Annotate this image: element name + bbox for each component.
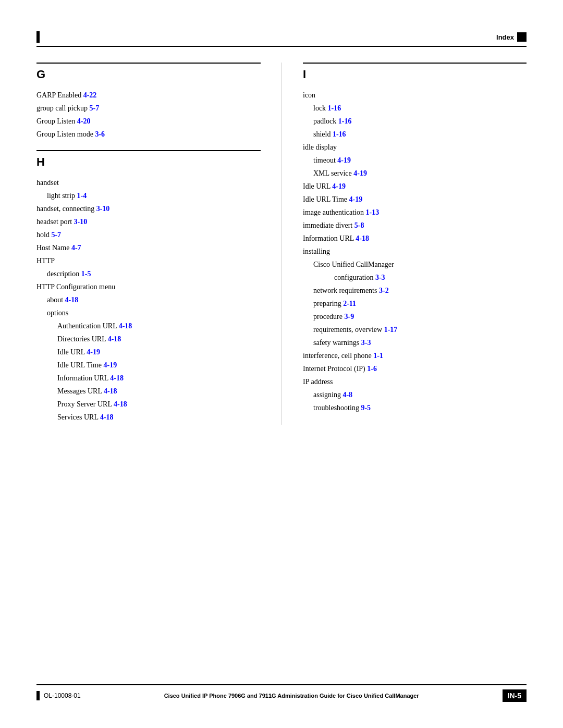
content-area: G GARP Enabled 4-22 group call pickup 5-… [36, 63, 527, 425]
list-item: Idle URL 4-19 [303, 181, 527, 192]
list-item: Idle URL 4-19 [36, 347, 261, 357]
footer: OL-10008-01 Cisco Unified IP Phone 7906G… [0, 684, 563, 702]
list-item: description 1-5 [36, 268, 261, 279]
footer-left-rule [36, 691, 40, 700]
footer-line [36, 684, 527, 685]
list-item: configuration 3-3 [303, 272, 527, 283]
list-item: installing [303, 246, 527, 257]
left-column: G GARP Enabled 4-22 group call pickup 5-… [36, 63, 282, 425]
list-item: shield 1-16 [303, 129, 527, 140]
list-item: Messages URL 4-18 [36, 386, 261, 397]
list-item: troubleshooting 9-5 [303, 402, 527, 413]
index-label: Index [496, 33, 514, 41]
list-item: Information URL 4-18 [303, 233, 527, 244]
list-item: Idle URL Time 4-19 [36, 360, 261, 371]
right-column: I icon lock 1-16 padlock 1-16 shield 1-1… [282, 63, 527, 425]
list-item: immediate divert 5-8 [303, 220, 527, 231]
list-item: padlock 1-16 [303, 116, 527, 127]
list-item: XML service 4-19 [303, 168, 527, 179]
list-item: GARP Enabled 4-22 [36, 90, 261, 101]
list-item: about 4-18 [36, 294, 261, 305]
footer-page-label: IN-5 [503, 689, 527, 702]
top-bar-rule [36, 31, 40, 43]
list-item: options [36, 307, 261, 318]
list-item: procedure 3-9 [303, 311, 527, 322]
footer-content: OL-10008-01 Cisco Unified IP Phone 7906G… [36, 689, 527, 702]
list-item: Directories URL 4-18 [36, 334, 261, 344]
page: Index G GARP Enabled 4-22 group call pic… [0, 0, 563, 728]
list-item: Proxy Server URL 4-18 [36, 399, 261, 410]
top-bar: Index [36, 31, 527, 47]
section-g-letter: G [36, 68, 45, 81]
list-item: timeout 4-19 [303, 155, 527, 166]
list-item: interference, cell phone 1-1 [303, 350, 527, 361]
section-h-entries: handset light strip 1-4 handset, connect… [36, 177, 261, 423]
list-item: requirements, overview 1-17 [303, 324, 527, 335]
list-item: network requirements 3-2 [303, 285, 527, 296]
list-item: Services URL 4-18 [36, 412, 261, 423]
section-i-header: I [303, 63, 527, 81]
list-item: Idle URL Time 4-19 [303, 194, 527, 205]
list-item: icon [303, 90, 527, 101]
list-item: light strip 1-4 [36, 190, 261, 201]
list-item: Group Listen mode 3-6 [36, 129, 261, 140]
section-g-header: G [36, 63, 261, 81]
index-block [517, 32, 527, 42]
list-item: image authentication 1-13 [303, 207, 527, 218]
list-item: Host Name 4-7 [36, 242, 261, 253]
list-item: IP address [303, 376, 527, 387]
section-g-entries: GARP Enabled 4-22 group call pickup 5-7 … [36, 90, 261, 140]
list-item: Information URL 4-18 [36, 373, 261, 384]
list-item: safety warnings 3-3 [303, 337, 527, 348]
list-item: Authentication URL 4-18 [36, 320, 261, 331]
list-item: idle display [303, 142, 527, 153]
section-i-entries: icon lock 1-16 padlock 1-16 shield 1-16 … [303, 90, 527, 413]
section-i-letter: I [303, 68, 306, 81]
section-h-header: H [36, 150, 261, 169]
list-item: Internet Protocol (IP) 1-6 [303, 363, 527, 374]
list-item: HTTP [36, 255, 261, 266]
list-item: lock 1-16 [303, 103, 527, 114]
section-h-letter: H [36, 155, 45, 168]
list-item: Cisco Unified CallManager [303, 259, 527, 270]
list-item: handset [36, 177, 261, 188]
list-item: group call pickup 5-7 [36, 103, 261, 114]
list-item: preparing 2-11 [303, 298, 527, 309]
footer-left: OL-10008-01 [36, 691, 81, 700]
list-item: HTTP Configuration menu [36, 281, 261, 292]
list-item: headset port 3-10 [36, 216, 261, 227]
list-item: assigning 4-8 [303, 389, 527, 400]
list-item: hold 5-7 [36, 229, 261, 240]
footer-doc-num: OL-10008-01 [44, 692, 81, 699]
list-item: handset, connecting 3-10 [36, 203, 261, 214]
footer-book-title: Cisco Unified IP Phone 7906G and 7911G A… [81, 693, 503, 699]
list-item: Group Listen 4-20 [36, 116, 261, 127]
